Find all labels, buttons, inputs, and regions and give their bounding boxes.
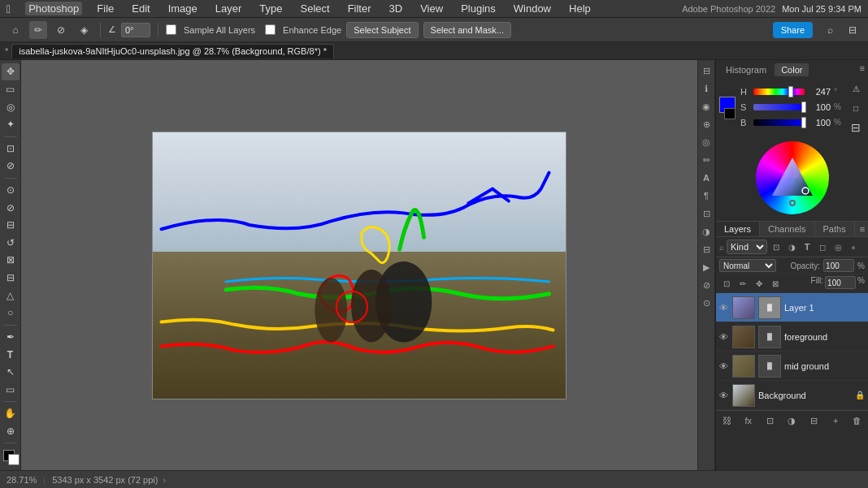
tool-option-2[interactable]: ◈ (75, 21, 93, 39)
sidebar-learn-icon[interactable]: ◎ (699, 135, 714, 149)
eyedropper-tool[interactable]: ⊘ (2, 158, 20, 175)
layer-filter-smart[interactable]: ◎ (831, 240, 844, 253)
sidebar-extra1-icon[interactable]: ⊘ (699, 278, 714, 292)
layer-filter-shape[interactable]: ◻ (816, 240, 829, 253)
layer1-eye[interactable]: 👁 (719, 303, 729, 313)
enhance-edge-checkbox[interactable] (265, 24, 276, 35)
menu-photoshop[interactable]: Photoshop (25, 2, 82, 15)
canvas-area[interactable] (21, 60, 697, 470)
lock-position-btn[interactable]: ✥ (752, 276, 766, 291)
foreground-bg-color[interactable] (3, 450, 18, 464)
search-btn[interactable]: ⌕ (821, 21, 839, 39)
stamp-tool[interactable]: ⊟ (2, 217, 20, 234)
background-eye[interactable]: 👁 (719, 391, 729, 400)
bg-swatch[interactable] (724, 108, 736, 119)
menu-layer[interactable]: Layer (212, 2, 245, 15)
magic-wand-tool[interactable]: ✦ (2, 116, 20, 133)
crop-tool[interactable]: ⊡ (2, 140, 20, 157)
s-slider-wrap[interactable] (753, 104, 805, 110)
delete-layer-btn[interactable]: 🗑 (850, 413, 865, 428)
tab-layers[interactable]: Layers (716, 222, 760, 236)
sidebar-channels-icon[interactable]: ⊟ (699, 242, 714, 257)
pen-tool[interactable]: ✒ (2, 329, 20, 346)
workspace-btn[interactable]: ⊟ (844, 21, 861, 39)
new-layer-btn[interactable]: + (828, 413, 843, 428)
layer-filter-type[interactable]: T (801, 240, 814, 253)
h-slider-thumb[interactable] (788, 86, 793, 97)
home-btn[interactable]: ⌂ (7, 21, 24, 39)
sidebar-properties-icon[interactable]: ⊡ (699, 206, 714, 221)
menu-type[interactable]: Type (256, 2, 285, 15)
dodge-tool[interactable]: ○ (2, 304, 20, 322)
eraser-tool[interactable]: ⊠ (2, 252, 20, 269)
b-slider-thumb[interactable] (801, 117, 806, 128)
info-arrow[interactable]: › (163, 475, 166, 485)
add-style-btn[interactable]: fx (741, 413, 756, 428)
panel-menu-icon[interactable]: ≡ (860, 63, 865, 76)
color-wheel[interactable] (756, 141, 829, 214)
layer-row-midground[interactable]: 👁 ▓ mid ground (716, 352, 868, 381)
sidebar-extra2-icon[interactable]: ⊙ (699, 296, 714, 310)
gradient-tool[interactable]: ⊟ (2, 270, 20, 287)
sidebar-char-icon[interactable]: A (699, 171, 714, 185)
rect-select-tool[interactable]: ▭ (2, 81, 20, 98)
menu-view[interactable]: View (417, 2, 446, 15)
text-tool[interactable]: T (2, 346, 20, 363)
lock-transparent-btn[interactable]: ⊡ (719, 276, 734, 291)
sample-all-layers-checkbox[interactable] (166, 24, 176, 35)
color-wheel-container[interactable] (719, 141, 865, 214)
layer-filter-adjust[interactable]: ◑ (785, 240, 798, 253)
menu-filter[interactable]: Filter (345, 2, 375, 15)
new-adjustment-btn[interactable]: ◑ (784, 413, 799, 428)
tab-histogram[interactable]: Histogram (719, 63, 773, 76)
foreground-eye[interactable]: 👁 (719, 332, 729, 342)
share-btn[interactable]: Share (773, 22, 813, 38)
sidebar-actions-icon[interactable]: ▶ (699, 260, 714, 274)
menu-window[interactable]: Window (510, 2, 554, 15)
h-slider-wrap[interactable] (753, 89, 805, 95)
add-swatch-icon[interactable]: ⊟ (847, 119, 865, 136)
select-mask-btn[interactable]: Select and Mask... (423, 22, 512, 38)
layer-row-layer1[interactable]: 👁 ▓ Layer 1 (716, 293, 868, 322)
midground-eye[interactable]: 👁 (719, 361, 729, 371)
blur-tool[interactable]: △ (2, 287, 20, 304)
sidebar-edit-icon[interactable]: ✏ (699, 153, 714, 167)
zoom-tool[interactable]: ⊕ (2, 423, 20, 440)
menu-image[interactable]: Image (165, 2, 201, 15)
move-tool[interactable]: ✥ (2, 63, 20, 80)
gamut-icon[interactable]: ⚠ (847, 80, 865, 97)
tab-paths[interactable]: Paths (815, 222, 855, 236)
new-group-btn[interactable]: ⊟ (806, 413, 821, 428)
menu-plugins[interactable]: Plugins (458, 2, 499, 15)
kind-select[interactable]: Kind (727, 240, 767, 254)
lasso-tool[interactable]: ◎ (2, 98, 20, 115)
add-mask-btn[interactable]: ⊡ (763, 413, 778, 428)
path-select-tool[interactable]: ↖ (2, 364, 20, 381)
sidebar-para-icon[interactable]: ¶ (699, 188, 714, 203)
menu-edit[interactable]: Edit (128, 2, 153, 15)
layer-row-foreground[interactable]: 👁 ▓ foreground (716, 322, 868, 352)
sidebar-search-icon[interactable]: ⊕ (699, 117, 714, 132)
lock-image-btn[interactable]: ✏ (736, 276, 750, 291)
brush-tool-active[interactable]: ✏ (29, 21, 47, 39)
blend-mode-select[interactable]: Normal (719, 259, 776, 272)
s-slider-thumb[interactable] (801, 101, 806, 113)
layer-filter-toggle[interactable]: ● (847, 240, 860, 253)
hand-tool[interactable]: ✋ (2, 405, 20, 422)
history-tool[interactable]: ↺ (2, 235, 20, 252)
sidebar-histogram-icon[interactable]: ⊟ (699, 63, 714, 78)
menu-file[interactable]: File (93, 2, 117, 15)
select-subject-btn[interactable]: Select Subject (346, 22, 418, 38)
background-color[interactable] (8, 454, 20, 465)
lock-artboard-btn[interactable]: ⊠ (768, 276, 783, 291)
link-layers-btn[interactable]: ⛓ (719, 413, 734, 428)
menu-select[interactable]: Select (297, 2, 333, 15)
spot-heal-tool[interactable]: ⊙ (2, 182, 20, 199)
web-color-icon[interactable]: □ (847, 99, 865, 117)
b-slider-wrap[interactable] (753, 119, 805, 126)
layer-filter-pixel[interactable]: ⊡ (770, 240, 783, 253)
fill-input[interactable] (825, 276, 856, 289)
active-tab[interactable]: isabella-juskova-9aNItHjuOc0-unsplash.jp… (11, 44, 334, 58)
canvas-image[interactable] (152, 132, 566, 399)
brush-tool[interactable]: ⊘ (2, 199, 20, 216)
